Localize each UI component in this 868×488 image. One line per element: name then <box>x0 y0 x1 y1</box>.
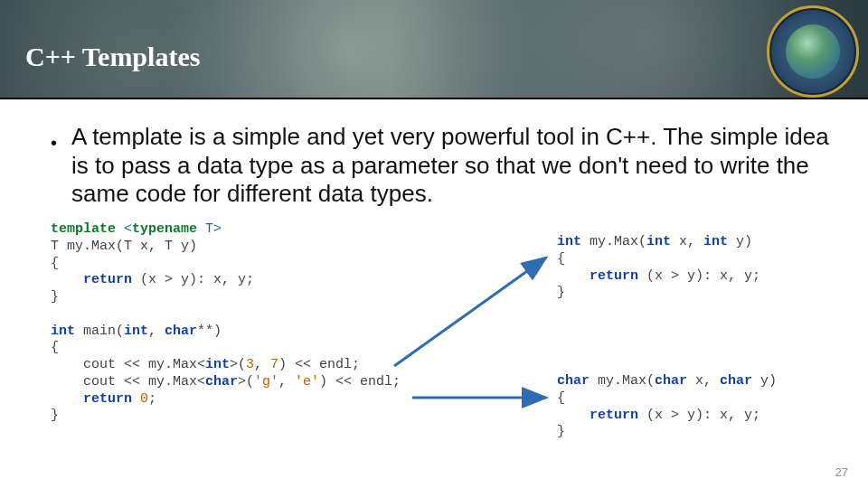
slide-header: C++ Templates <box>0 0 868 99</box>
bullet-text: A template is a simple and yet very powe… <box>71 123 832 209</box>
svg-line-0 <box>394 258 546 366</box>
code-area: template <typename T> T my.Max(T x, T y)… <box>51 221 832 488</box>
code-right-int: int my.Max(int x, int y) { return (x > y… <box>557 234 760 302</box>
code-left-column: template <typename T> T my.Max(T x, T y)… <box>51 221 401 425</box>
bullet-item: • A template is a simple and yet very po… <box>51 123 832 209</box>
bullet-dot-icon: • <box>51 132 57 154</box>
page-number: 27 <box>835 465 848 479</box>
organization-logo-icon <box>767 5 859 98</box>
slide-title: C++ Templates <box>25 42 200 72</box>
slide-body: • A template is a simple and yet very po… <box>0 99 868 488</box>
code-right-char: char my.Max(char x, char y) { return (x … <box>557 373 777 441</box>
